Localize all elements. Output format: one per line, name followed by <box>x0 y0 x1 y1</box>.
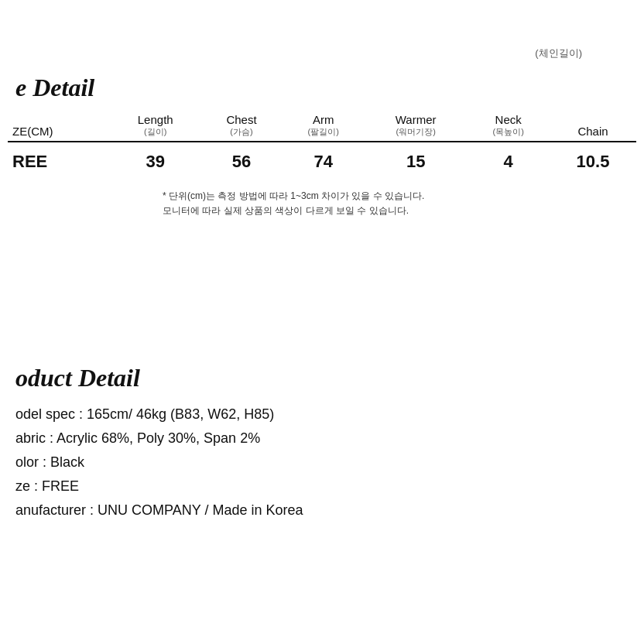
list-item: abric : Acrylic 68%, Poly 30%, Span 2% <box>15 430 636 447</box>
cell-size: REE <box>8 142 110 181</box>
page-container: (체인길이) e Detail ZE(CM) Length (길이) Chest… <box>0 0 644 644</box>
size-note-line1: * 단위(cm)는 측정 방법에 따라 1~3cm 차이가 있을 수 있습니다. <box>163 189 636 204</box>
col-header-length: Length (길이) <box>110 110 201 142</box>
size-section-title: e Detail <box>8 74 636 102</box>
size-table: ZE(CM) Length (길이) Chest (가슴) Arm (팔길이) <box>8 110 636 181</box>
col-header-neck: Neck (목높이) <box>467 110 550 142</box>
list-item: olor : Black <box>15 454 636 471</box>
product-info-list: odel spec : 165cm/ 46kg (B83, W62, H85) … <box>8 406 636 519</box>
col-header-chest: Chest (가슴) <box>201 110 282 142</box>
col-header-chain: Chain <box>550 110 636 142</box>
chain-length-label: (체인길이) <box>535 46 582 60</box>
col-header-warmer: Warmer (워머기장) <box>365 110 467 142</box>
table-header-row: ZE(CM) Length (길이) Chest (가슴) Arm (팔길이) <box>8 110 636 142</box>
size-detail-section: e Detail ZE(CM) Length (길이) Chest (가슴) <box>0 74 644 218</box>
product-detail-section: oduct Detail odel spec : 165cm/ 46kg (B8… <box>0 364 644 526</box>
col-header-arm: Arm (팔길이) <box>282 110 365 142</box>
cell-chain: 10.5 <box>550 142 636 181</box>
list-item: odel spec : 165cm/ 46kg (B83, W62, H85) <box>15 406 636 423</box>
product-section-title: oduct Detail <box>8 364 636 392</box>
cell-length: 39 <box>110 142 201 181</box>
size-note: * 단위(cm)는 측정 방법에 따라 1~3cm 차이가 있을 수 있습니다.… <box>8 189 636 218</box>
list-item: ze : FREE <box>15 478 636 495</box>
cell-arm: 74 <box>282 142 365 181</box>
cell-chest: 56 <box>201 142 282 181</box>
table-row: REE 39 56 74 15 4 10.5 <box>8 142 636 181</box>
cell-warmer: 15 <box>365 142 467 181</box>
size-note-line2: 모니터에 따라 실제 상품의 색상이 다르게 보일 수 있습니다. <box>163 204 636 218</box>
cell-neck: 4 <box>467 142 550 181</box>
col-header-size: ZE(CM) <box>8 110 110 142</box>
list-item: anufacturer : UNU COMPANY / Made in Kore… <box>15 502 636 519</box>
